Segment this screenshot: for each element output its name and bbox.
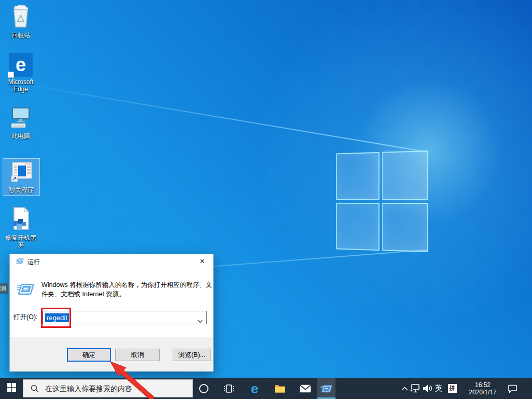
this-pc-icon [9, 107, 32, 131]
chevron-down-icon[interactable] [198, 316, 203, 325]
browse-button[interactable]: 浏览(B)... [173, 349, 211, 361]
speaker-icon [423, 384, 433, 392]
action-center-icon [508, 384, 517, 393]
taskbar: e [0, 378, 532, 399]
desktop-icon-label: 秒关程序 [9, 186, 34, 194]
action-center-button[interactable] [506, 378, 519, 399]
desktop-icon-label: 修复开机黑屏 [3, 234, 38, 249]
mail-button[interactable] [298, 378, 313, 399]
desktop-icon-this-pc[interactable]: 此电脑 [3, 107, 38, 140]
run-dialog-titlebar[interactable]: 运行 × [10, 254, 213, 268]
volume-button[interactable] [422, 378, 433, 399]
network-icon [410, 384, 421, 393]
ime-language-button[interactable]: 英 [432, 378, 445, 399]
annotation-arrow [99, 337, 161, 399]
task-view-button[interactable] [221, 378, 236, 399]
wallpaper-ray [0, 80, 426, 152]
shortcut-arrow-icon [8, 72, 14, 78]
mail-icon [300, 384, 311, 393]
file-explorer-button[interactable] [272, 378, 288, 399]
edge-icon: e [9, 53, 33, 77]
chevron-up-icon [401, 387, 408, 391]
task-view-icon [224, 384, 234, 393]
tray-time: 16:52 [475, 381, 491, 389]
logo-pane [336, 203, 380, 251]
tray-date: 2020/1/17 [469, 389, 496, 396]
close-button[interactable]: × [191, 254, 213, 268]
run-icon [16, 257, 24, 265]
logo-pane [382, 203, 428, 252]
desktop-icon-xiufu-kaiji-heiping[interactable]: 修复开机黑屏 [3, 207, 38, 249]
run-dialog-description: Windows 将根据你所输入的名称，为你打开相应的程序、文件夹、文档或 Int… [41, 280, 214, 299]
desktop-icon-recycle-bin[interactable]: 回收站 [3, 4, 38, 39]
desktop: 回收站 e Microsoft Edge 此电脑 [0, 0, 532, 399]
network-button[interactable] [409, 378, 422, 399]
program-window-icon [9, 161, 33, 185]
logo-pane [336, 152, 380, 200]
desktop-icon-label: 回收站 [11, 32, 30, 39]
desktop-icon-label: 测 [0, 285, 6, 292]
desktop-icon-miaoguan-chengxu[interactable]: 秒关程序 [3, 158, 40, 196]
ime-mode-label: 拼 [448, 384, 457, 393]
windows-logo-icon [7, 383, 16, 394]
open-label: 打开(O): [13, 313, 38, 322]
windows-wallpaper-logo [336, 150, 428, 252]
cortana-button[interactable] [197, 378, 211, 399]
dialog-title: 运行 [27, 258, 40, 267]
logo-pane [382, 150, 428, 200]
folder-icon [274, 384, 286, 393]
search-icon [31, 384, 39, 393]
start-button[interactable] [0, 378, 23, 399]
run-icon [17, 280, 35, 298]
ime-language-label: 英 [435, 383, 443, 393]
desktop-icon-microsoft-edge[interactable]: e Microsoft Edge [3, 53, 38, 93]
close-icon: × [200, 257, 204, 266]
desktop-icon-partially-hidden[interactable]: 测 [0, 283, 8, 294]
ime-mode-button[interactable]: 拼 [446, 378, 458, 399]
registry-file-icon [11, 207, 31, 232]
recycle-bin-icon [10, 4, 31, 30]
ok-button-label: 确定 [82, 351, 95, 360]
run-icon [320, 383, 333, 394]
annotation-highlight-box [41, 308, 71, 328]
edge-icon: e [251, 382, 258, 395]
cortana-icon [199, 384, 208, 393]
clock[interactable]: 16:52 2020/1/17 [463, 378, 503, 399]
show-hidden-icons-button[interactable] [399, 378, 410, 399]
desktop-icon-label: 此电脑 [11, 132, 30, 140]
run-app-taskbar-button[interactable] [317, 378, 335, 399]
edge-taskbar-button[interactable]: e [247, 378, 262, 399]
browse-button-label: 浏览(B)... [178, 351, 205, 360]
